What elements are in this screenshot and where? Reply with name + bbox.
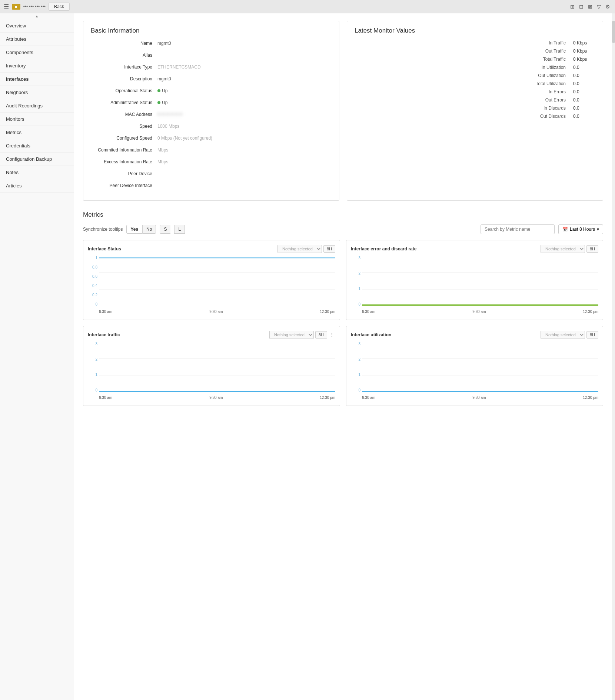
chart-select[interactable]: Nothing selected [277, 245, 322, 253]
x-axis: 6:30 am9:30 am12:30 pm [362, 394, 598, 401]
chart-plot [362, 256, 598, 306]
chart-card-interface-error: Interface error and discard rateNothing … [346, 240, 603, 320]
chart-title: Interface Status [88, 246, 121, 251]
info-label: Description [91, 76, 157, 82]
keyboard-icon[interactable]: ⊠ [587, 3, 594, 11]
sidebar-scroll-up[interactable]: ▲ [0, 13, 74, 19]
chart-area: 32106:30 am9:30 am12:30 pm [351, 256, 598, 315]
sidebar-item-notes[interactable]: Notes [0, 166, 74, 179]
vertical-scrollbar[interactable] [612, 13, 615, 700]
monitor-row: Out Traffic0 Kbps [355, 49, 595, 54]
settings-icon[interactable]: ⚙ [604, 3, 611, 11]
chart-controls: Nothing selected8H [541, 245, 598, 253]
chart-controls: Nothing selected8H [541, 331, 598, 339]
sidebar-item-overview[interactable]: Overview [0, 19, 74, 33]
monitor-row: Out Utilization0.0 [355, 73, 595, 78]
sidebar-item-interfaces[interactable]: Interfaces [0, 73, 74, 86]
chart-select[interactable]: Nothing selected [541, 245, 585, 253]
sidebar-item-attributes[interactable]: Attributes [0, 33, 74, 46]
chart-title: Interface traffic [88, 332, 120, 337]
info-label: Name [91, 40, 157, 47]
chart-title: Interface error and discard rate [351, 246, 416, 251]
info-row: Commited Information RateMbps [91, 147, 332, 155]
chart-plot [99, 256, 335, 306]
chart-svg [99, 342, 335, 392]
monitor-row: Out Discards0.0 [355, 114, 595, 119]
info-row: Descriptionmgmt0 [91, 76, 332, 84]
chart-area: 32106:30 am9:30 am12:30 pm [351, 342, 598, 401]
filter-icon[interactable]: ▽ [596, 3, 602, 11]
info-label: Peer Device Interface [91, 183, 157, 189]
chart-plot [99, 342, 335, 392]
top-bar-left: ☰ ■ ••• ••• ••• ••• Back [4, 3, 70, 11]
info-label: Commited Information Rate [91, 147, 157, 153]
x-label: 9:30 am [209, 396, 223, 400]
metrics-title: Metrics [83, 211, 603, 219]
y-label: 0.6 [92, 274, 97, 279]
sync-label: Synchronize tooltips [83, 227, 123, 232]
size-s-button[interactable]: S [160, 225, 170, 234]
chart-header: Interface utilizationNothing selected8H [351, 331, 598, 339]
sidebar-item-configuration-backup[interactable]: Configuration Backup [0, 153, 74, 166]
chart-fill [362, 304, 598, 306]
chart-time-label: 8H [586, 331, 598, 339]
chart-card-interface-traffic: Interface trafficNothing selected8H⋮3210… [83, 326, 340, 406]
chart-select[interactable]: Nothing selected [541, 331, 585, 339]
sidebar-item-metrics[interactable]: Metrics [0, 126, 74, 139]
y-label: 2 [358, 271, 360, 276]
info-label: Excess Information Rate [91, 159, 157, 165]
info-row: Namemgmt0 [91, 40, 332, 49]
back-button[interactable]: Back [49, 3, 70, 11]
status-dot-green [157, 101, 160, 104]
sidebar-item-components[interactable]: Components [0, 46, 74, 59]
chart-header: Interface error and discard rateNothing … [351, 245, 598, 253]
view-icon[interactable]: ⊟ [578, 3, 585, 11]
monitor-value: 0 Kbps [573, 57, 595, 62]
chart-svg [362, 342, 598, 392]
chart-menu-icon[interactable]: ⋮ [329, 332, 335, 338]
basic-info-rows: Namemgmt0AliasInterface TypeETHERNETCSMA… [91, 40, 332, 191]
info-value: 0 Mbps (Not yet configured) [157, 135, 212, 141]
yes-button[interactable]: Yes [126, 225, 142, 234]
menu-icon[interactable]: ☰ [4, 3, 9, 10]
time-range-button[interactable]: 📅 Last 8 Hours ▾ [558, 224, 603, 234]
sidebar-item-audit-recordings[interactable]: Audit Recordings [0, 99, 74, 113]
monitor-value: 0.0 [573, 97, 595, 103]
x-label: 12:30 pm [583, 396, 598, 400]
monitor-icon[interactable]: ⊞ [569, 3, 576, 11]
info-row: Alias [91, 52, 332, 60]
sidebar-item-neighbors[interactable]: Neighbors [0, 86, 74, 99]
info-value: Up [157, 88, 167, 94]
y-label: 0 [95, 388, 97, 392]
device-badge: ■ [12, 4, 20, 10]
monitor-label: In Discards [543, 106, 566, 111]
size-l-button[interactable]: L [174, 225, 185, 234]
monitor-label: Out Traffic [545, 49, 566, 54]
info-row: Interface TypeETHERNETCSMACD [91, 64, 332, 72]
info-value: 1000 Mbps [157, 123, 179, 130]
x-label: 9:30 am [472, 396, 486, 400]
monitor-value: 0.0 [573, 106, 595, 111]
sidebar-item-inventory[interactable]: Inventory [0, 59, 74, 73]
y-axis: 3210 [351, 342, 362, 392]
chart-card-interface-utilization: Interface utilizationNothing selected8H3… [346, 326, 603, 406]
x-label: 12:30 pm [320, 396, 335, 400]
search-metric-input[interactable] [481, 224, 555, 234]
chart-select[interactable]: Nothing selected [269, 331, 314, 339]
x-label: 9:30 am [472, 310, 486, 314]
monitor-panel: Latest Monitor Values In Traffic0 KbpsOu… [347, 21, 603, 201]
basic-info-title: Basic Information [91, 27, 332, 34]
no-button[interactable]: No [142, 225, 156, 234]
sidebar-item-credentials[interactable]: Credentials [0, 139, 74, 153]
x-label: 6:30 am [99, 310, 112, 314]
monitor-label: In Utilization [542, 65, 566, 70]
monitor-value: 0.0 [573, 81, 595, 86]
monitor-label: In Traffic [549, 40, 566, 46]
x-label: 6:30 am [362, 310, 375, 314]
sidebar-item-articles[interactable]: Articles [0, 179, 74, 193]
x-axis: 6:30 am9:30 am12:30 pm [99, 308, 335, 315]
scroll-thumb[interactable] [612, 21, 615, 43]
y-label: 0 [358, 302, 360, 306]
sidebar-item-monitors[interactable]: Monitors [0, 113, 74, 126]
info-row: Administrative StatusUp [91, 100, 332, 108]
